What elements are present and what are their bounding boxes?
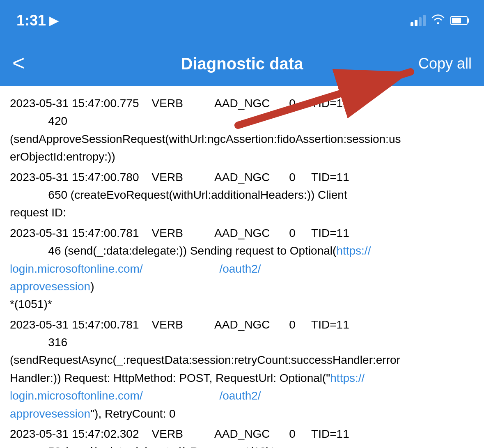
log-line: 53 (send(_:data:delegate:)) Response *(1… xyxy=(10,443,474,448)
log-line: 650 (createEvoRequest(withUrl:additional… xyxy=(10,186,474,204)
log-content: 2023-05-31 15:47:00.775 VERB AAD_NGC 0 T… xyxy=(0,86,484,448)
url-link[interactable]: https:// xyxy=(330,372,365,384)
log-line: 46 (send(_:data:delegate:)) Sending requ… xyxy=(10,242,474,260)
status-time-container: 1:31 ▶ xyxy=(16,12,58,29)
log-line: login.microsoftonline.com/ /oauth2/ xyxy=(10,387,474,404)
log-line: approvesession) xyxy=(10,278,474,295)
log-entry: 2023-05-31 15:47:00.781 VERB AAD_NGC 0 T… xyxy=(10,316,474,423)
wifi-icon xyxy=(431,14,445,28)
signal-bars-icon xyxy=(411,15,426,26)
log-line: request ID: xyxy=(10,204,474,221)
back-button[interactable]: < xyxy=(12,52,25,74)
log-line: 420 xyxy=(10,112,474,130)
log-entry: 2023-05-31 15:47:00.775 VERB AAD_NGC 0 T… xyxy=(10,94,474,166)
log-line: (sendApproveSessionRequest(withUrl:ngcAs… xyxy=(10,130,474,148)
copy-all-button[interactable]: Copy all xyxy=(418,55,472,72)
log-line: 2023-05-31 15:47:00.780 VERB AAD_NGC 0 T… xyxy=(10,168,474,186)
nav-bar: < Diagnostic data Copy all xyxy=(0,41,484,86)
log-line: approvesession"), RetryCount: 0 xyxy=(10,405,474,423)
log-line: 2023-05-31 15:47:02.302 VERB AAD_NGC 0 T… xyxy=(10,425,474,443)
log-line: 2023-05-31 15:47:00.775 VERB AAD_NGC 0 T… xyxy=(10,94,474,112)
url-link[interactable]: /oauth2/ xyxy=(219,389,261,402)
url-link[interactable]: https:// xyxy=(336,244,371,257)
log-entry: 2023-05-31 15:47:00.780 VERB AAD_NGC 0 T… xyxy=(10,168,474,222)
url-link[interactable]: login.microsoftonline.com/ xyxy=(10,262,143,275)
time-display: 1:31 xyxy=(16,12,46,29)
status-bar: 1:31 ▶ xyxy=(0,0,484,41)
url-link[interactable]: approvesession xyxy=(10,407,90,420)
log-line: Handler:)) Request: HttpMethod: POST, Re… xyxy=(10,369,474,387)
log-line: login.microsoftonline.com/ /oauth2/ xyxy=(10,260,474,278)
battery-fill xyxy=(452,18,461,23)
log-line: 316 xyxy=(10,333,474,351)
log-line: 2023-05-31 15:47:00.781 VERB AAD_NGC 0 T… xyxy=(10,224,474,242)
log-line: (sendRequestAsync(_:requestData:session:… xyxy=(10,351,474,369)
battery-icon xyxy=(450,16,468,25)
location-icon: ▶ xyxy=(49,14,58,28)
log-line: 2023-05-31 15:47:00.781 VERB AAD_NGC 0 T… xyxy=(10,316,474,333)
url-link[interactable]: login.microsoftonline.com/ xyxy=(10,389,143,402)
status-icons xyxy=(411,14,468,28)
log-line: *(1051)* xyxy=(10,295,474,313)
log-entry: 2023-05-31 15:47:02.302 VERB AAD_NGC 0 T… xyxy=(10,425,474,448)
url-link[interactable]: approvesession xyxy=(10,280,90,293)
log-line: erObjectId:entropy:)) xyxy=(10,148,474,165)
page-title: Diagnostic data xyxy=(181,55,303,73)
url-link[interactable]: /oauth2/ xyxy=(219,262,261,275)
log-entry: 2023-05-31 15:47:00.781 VERB AAD_NGC 0 T… xyxy=(10,224,474,313)
